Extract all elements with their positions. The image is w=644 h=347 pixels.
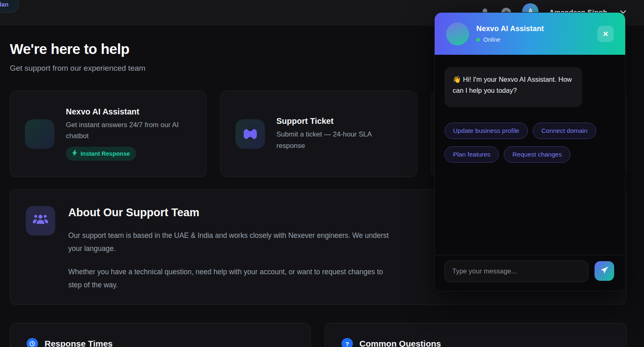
online-dot-icon	[476, 38, 480, 42]
ai-assistant-tile-icon	[25, 119, 54, 149]
card-support-ticket[interactable]: Support Ticket Submit a ticket — 24-hour…	[220, 91, 417, 177]
card-description: Submit a ticket — 24-hour SLA response	[276, 129, 399, 151]
chat-widget: Nexvo AI Assistant Online ✕ 👋 Hi! I'm yo…	[434, 12, 626, 291]
chat-footer	[435, 255, 625, 291]
chat-messages: 👋 Hi! I'm your Nexvo AI Assistant. How c…	[435, 55, 625, 255]
lightning-bolt-icon	[72, 150, 77, 157]
team-tile	[26, 206, 55, 235]
close-icon: ✕	[603, 30, 608, 38]
bottom-card-title: Response Times	[45, 339, 113, 347]
quick-reply-connect-domain[interactable]: Connect domain	[533, 123, 596, 139]
about-title: About Our Support Team	[68, 206, 199, 219]
clock-icon	[27, 338, 38, 347]
card-title: Support Ticket	[276, 116, 399, 126]
instant-response-badge: Instant Response	[66, 147, 136, 161]
support-page: Plan ? A Amandeep Singh	[0, 0, 644, 347]
page-title: We're here to help	[10, 41, 129, 57]
ticket-icon	[244, 129, 257, 139]
chat-header: Nexvo AI Assistant Online ✕	[435, 13, 625, 55]
response-times-card: Response Times	[10, 323, 311, 347]
chat-status: Online	[476, 36, 544, 43]
common-questions-card: ? Common Questions	[325, 323, 627, 347]
quick-reply-update-business-profile[interactable]: Update business profile	[444, 123, 528, 139]
page-subtitle: Get support from our experienced team	[10, 64, 146, 73]
team-icon	[32, 211, 49, 230]
card-description: Get instant answers 24/7 from our AI cha…	[66, 119, 188, 141]
status-text: Online	[483, 36, 500, 43]
paper-plane-icon	[600, 266, 609, 276]
send-button[interactable]	[595, 261, 614, 281]
message-input[interactable]	[444, 260, 588, 282]
card-title: Nexvo AI Assistant	[66, 107, 188, 116]
card-ai-assistant[interactable]: Nexvo AI Assistant Get instant answers 2…	[10, 91, 206, 177]
quick-replies: Update business profile Connect domain P…	[444, 123, 616, 163]
chat-title: Nexvo AI Assistant	[476, 25, 544, 33]
assistant-message-bubble: 👋 Hi! I'm your Nexvo AI Assistant. How c…	[444, 67, 582, 107]
plan-button[interactable]: Plan	[0, 0, 19, 13]
question-circle-icon: ?	[341, 338, 353, 347]
chat-close-button[interactable]: ✕	[597, 26, 614, 42]
assistant-avatar	[446, 22, 469, 45]
quick-reply-plan-features[interactable]: Plan features	[444, 146, 499, 163]
bottom-card-title: Common Questions	[359, 339, 441, 347]
ticket-tile	[236, 119, 265, 149]
quick-reply-request-changes[interactable]: Request changes	[504, 146, 570, 163]
